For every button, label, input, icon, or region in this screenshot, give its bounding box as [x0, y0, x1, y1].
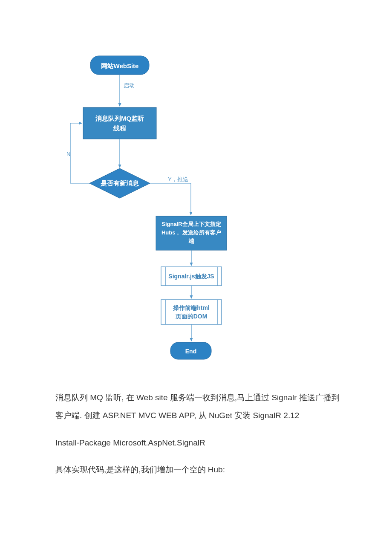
signalr-ctx-line2: Hubs， 发送给所有客户 — [161, 229, 221, 236]
mq-listener-line2: 线程 — [113, 124, 126, 132]
paragraph-2: Install-Package Microsoft.AspNet.SignalR — [0, 434, 392, 452]
dom-line1: 操作前端html — [173, 304, 210, 311]
signalr-js-label: Signalr.js触发JS — [168, 273, 214, 280]
document-page: 网站WebSite 启动 消息队列MQ监听 线程 N 是否有新消息 — [0, 0, 392, 555]
signalr-ctx-line1: SignalR全局上下文指定 — [161, 221, 221, 227]
decision-label: 是否有新消息 — [100, 179, 139, 187]
edge-no-label: N — [66, 151, 70, 157]
flowchart-container: 网站WebSite 启动 消息队列MQ监听 线程 N 是否有新消息 — [0, 0, 392, 375]
start-node: 网站WebSite — [90, 56, 149, 75]
edge-launch-label: 启动 — [124, 82, 135, 89]
paragraph-3: 具体实现代码,是这样的,我们增加一个空的 Hub: — [0, 461, 392, 479]
arrow-yes-line — [150, 183, 191, 215]
flowchart-svg: 网站WebSite 启动 消息队列MQ监听 线程 N 是否有新消息 — [0, 0, 392, 375]
signalr-js-node: Signalr.js触发JS — [161, 267, 222, 286]
svg-rect-7 — [161, 300, 222, 324]
mq-listener-line1: 消息队列MQ监听 — [95, 115, 144, 122]
end-node: End — [170, 342, 211, 359]
signalr-context-node: SignalR全局上下文指定 Hubs， 发送给所有客户 端 — [156, 216, 227, 250]
dom-line2: 页面的DOM — [175, 313, 208, 320]
paragraph-1: 消息队列 MQ 监听, 在 Web site 服务端一收到消息,马上通过 Sig… — [0, 389, 392, 425]
end-label: End — [185, 348, 196, 355]
signalr-ctx-line3: 端 — [188, 238, 194, 244]
mq-listener-node: 消息队列MQ监听 线程 — [83, 107, 156, 139]
dom-node: 操作前端html 页面的DOM — [161, 300, 222, 324]
start-label: 网站WebSite — [101, 62, 139, 69]
decision-node: 是否有新消息 — [89, 168, 150, 198]
edge-yes-label: Y，推送 — [168, 176, 188, 182]
svg-rect-1 — [83, 107, 156, 139]
